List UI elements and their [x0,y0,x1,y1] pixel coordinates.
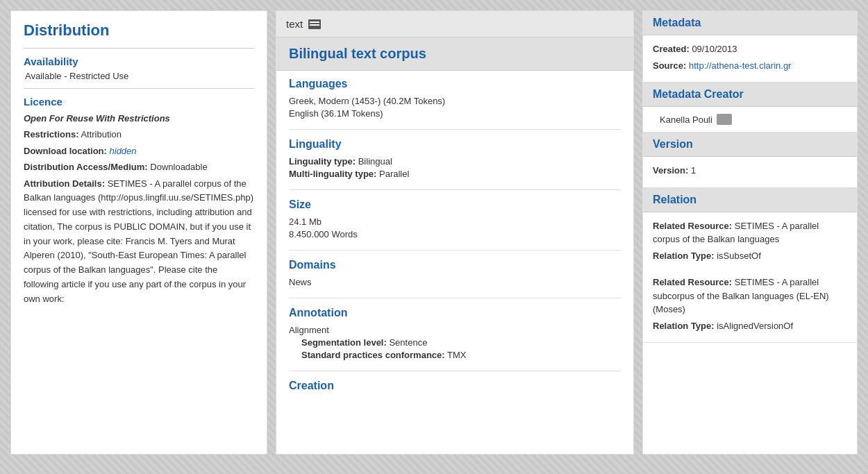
relation-type1-label: Relation Type: [653,251,715,261]
creator-box: Kanella Pouli [653,114,847,125]
size-section: Size 24.1 Mb 8.450.000 Words [289,198,621,251]
size1: 24.1 Mb [289,217,621,227]
version-field-label: Version: [653,165,688,176]
relation-type2-value: isAlignedVersionOf [717,321,793,331]
version-value: 1 [691,165,696,176]
size-label: Size [289,198,621,211]
multi-linguality-value: Parallel [379,169,409,179]
creation-label: Creation [289,380,621,392]
related1-row: Related Resource: SETIMES - A parallel c… [653,219,847,246]
multi-linguality-row: Multi-linguality type: Parallel [289,169,621,179]
availability-value: Available - Restricted Use [24,71,254,81]
linguality-type-value: Bilingual [358,156,392,167]
open-reuse-text: Open For Reuse With Restrictions [24,113,254,124]
metadata-section: Metadata Created: 09/10/2013 Source: htt… [643,11,857,83]
created-label: Created: [653,44,690,54]
std-practices-value: TMX [447,350,466,360]
multi-linguality-label: Multi-linguality type: [289,169,376,179]
created-value: 09/10/2013 [692,44,737,54]
relation-type2-label: Relation Type: [653,321,715,331]
languages-section: Languages Greek, Modern (1453-) (40.2M T… [289,78,621,130]
middle-panel: text Bilingual text corpus Languages Gre… [276,10,634,455]
language2: English (36.1M Tokens) [289,108,621,119]
version-label: Version [653,138,693,150]
linguality-section: Linguality Linguality type: Bilingual Mu… [289,138,621,190]
std-practices-label: Standard practices conformance: [301,350,445,360]
metadata-label: Metadata [653,17,701,28]
metadata-creator-body: Kanella Pouli [643,107,857,133]
size2: 8.450.000 Words [289,229,621,239]
linguality-label: Linguality [289,138,621,151]
restrictions-label: Restrictions: [24,129,78,139]
related2-row: Related Resource: SETIMES - A parallel s… [653,276,847,316]
created-row: Created: 09/10/2013 [653,42,847,56]
annotation-alignment: Alignment [289,325,621,335]
metadata-header: Metadata [643,11,857,35]
corpus-title: Bilingual text corpus [289,46,426,61]
version-row: Version: 1 [653,164,847,178]
version-header: Version [643,133,857,157]
metadata-body: Created: 09/10/2013 Source: http://athen… [643,35,857,83]
distribution-access-value: Downloadable [150,162,207,172]
language1: Greek, Modern (1453-) (40.2M Tokens) [289,96,621,106]
table-icon [308,19,321,29]
version-section: Version Version: 1 [643,133,857,188]
source-row: Source: http://athena-test.clarin.gr [653,59,847,73]
distribution-title: Distribution [24,22,254,40]
licence-label: Licence [24,96,254,108]
relation-section: Relation Related Resource: SETIMES - A p… [643,188,857,344]
seg-level-label: Segmentation level: [301,337,387,348]
download-value[interactable]: hidden [110,146,137,156]
relation-header: Relation [643,188,857,212]
right-panel: Metadata Created: 09/10/2013 Source: htt… [642,10,858,455]
annotation-label: Annotation [289,307,621,319]
download-row: Download location: hidden [24,144,254,158]
relation-body: Related Resource: SETIMES - A parallel c… [643,212,857,344]
version-body: Version: 1 [643,157,857,188]
metadata-creator-label: Metadata Creator [653,88,744,100]
availability-label: Availability [24,56,254,67]
related1-label: Related Resource: [653,221,732,231]
relation-type1-value: isSubsetOf [717,251,761,261]
domains-label: Domains [289,259,621,271]
seg-level-value: Sentence [389,337,427,348]
attribution-text: SETIMES - A parallel corpus of the Balka… [24,178,253,304]
metadata-creator-section: Metadata Creator Kanella Pouli [643,83,857,133]
languages-label: Languages [289,78,621,90]
relation-label: Relation [653,194,696,205]
attribution-row: Attribution Details: SETIMES - A paralle… [24,177,254,307]
download-label: Download location: [24,146,107,156]
distribution-access-row: Distribution Access/Medium: Downloadable [24,160,254,174]
linguality-type-row: Linguality type: Bilingual [289,156,621,167]
distribution-access-label: Distribution Access/Medium: [24,162,148,172]
domains-section: Domains News [289,259,621,298]
seg-level-row: Segmentation level: Sentence [289,337,621,348]
person-icon [717,114,732,125]
restrictions-value: Attribution [81,129,122,139]
left-panel: Distribution Availability Available - Re… [10,10,267,455]
annotation-section: Annotation Alignment Segmentation level:… [289,307,621,371]
related2-label: Related Resource: [653,277,732,287]
relation-type1-row: Relation Type: isSubsetOf [653,249,847,263]
domain-value: News [289,277,621,287]
source-label: Source: [653,60,686,71]
tab-bar: text [276,11,633,37]
source-link[interactable]: http://athena-test.clarin.gr [689,60,791,71]
attribution-label: Attribution Details: [24,178,105,189]
corpus-header: Bilingual text corpus [276,37,633,71]
linguality-type-label: Linguality type: [289,156,356,167]
middle-content: Languages Greek, Modern (1453-) (40.2M T… [276,71,633,421]
metadata-creator-header: Metadata Creator [643,83,857,107]
creation-section: Creation [289,380,621,406]
restrictions-row: Restrictions: Attribution [24,128,254,142]
relation-type2-row: Relation Type: isAlignedVersionOf [653,319,847,333]
creator-name: Kanella Pouli [660,115,712,125]
tab-label[interactable]: text [286,18,303,30]
std-practices-row: Standard practices conformance: TMX [289,350,621,360]
